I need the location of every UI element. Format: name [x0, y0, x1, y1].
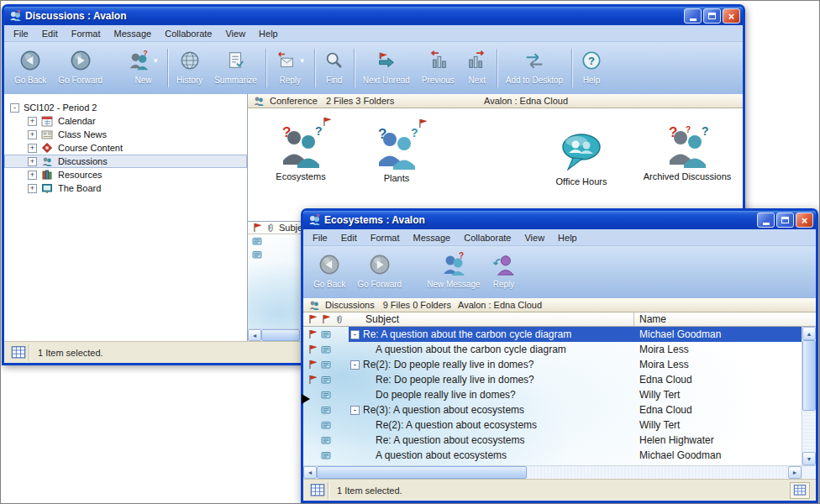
tree-item-sci102[interactable]: - SCI102 - Period 2: [4, 101, 247, 114]
svg-text:?: ?: [588, 55, 595, 67]
message-row[interactable]: -Re: A question about the carbon cycle d…: [303, 327, 802, 342]
view-grid-icon[interactable]: [307, 482, 329, 499]
minimize-button[interactable]: [684, 8, 702, 24]
message-row[interactable]: -Re(3): A question about ecosystemsEdna …: [303, 402, 802, 417]
find-button[interactable]: Find: [318, 45, 351, 92]
titlebar[interactable]: ? Ecosystems : Avalon ×: [303, 211, 816, 229]
message-row[interactable]: Re(2): A question about ecosystemsWilly …: [303, 417, 802, 433]
message-column-icon[interactable]: [321, 314, 331, 324]
tree-item-course-content[interactable]: + Course Content: [4, 141, 247, 155]
horizontal-scrollbar[interactable]: ◄ ►: [303, 465, 802, 479]
attachment-column-icon[interactable]: [334, 314, 344, 324]
next-button[interactable]: Next: [460, 45, 494, 92]
unread-flag-icon: [308, 375, 318, 385]
expand-box[interactable]: +: [28, 144, 37, 153]
help-button[interactable]: ? Help: [575, 45, 608, 92]
expand-box[interactable]: +: [28, 157, 37, 166]
expand-box[interactable]: +: [28, 130, 37, 139]
scroll-up-button[interactable]: ▲: [802, 327, 816, 340]
go-forward-button[interactable]: Go Forward: [351, 249, 407, 296]
go-back-button[interactable]: Go Back: [308, 249, 351, 296]
menu-view[interactable]: View: [218, 26, 252, 41]
expand-box[interactable]: +: [28, 184, 37, 193]
menu-file[interactable]: File: [7, 26, 35, 41]
minimize-button[interactable]: [757, 213, 775, 228]
summarize-button[interactable]: Summarize: [208, 45, 263, 92]
tree-label: The Board: [58, 183, 101, 193]
collapse-box[interactable]: -: [10, 103, 19, 113]
svg-text:?: ?: [282, 125, 291, 140]
close-button[interactable]: ×: [796, 213, 813, 228]
menu-file[interactable]: File: [306, 230, 334, 245]
new-button[interactable]: ?▼ New: [122, 45, 165, 92]
scroll-right-button[interactable]: ►: [788, 466, 802, 479]
scrollbar-thumb[interactable]: [261, 329, 300, 341]
collapse-expander[interactable]: -: [350, 360, 360, 370]
pane-kind-label: Conference: [270, 96, 318, 106]
history-button[interactable]: History: [171, 45, 208, 92]
collapse-expander[interactable]: -: [350, 330, 360, 339]
grid-view-toggle-icon[interactable]: [790, 482, 810, 499]
view-grid-icon[interactable]: [8, 344, 29, 361]
menu-format[interactable]: Format: [364, 230, 407, 245]
message-row[interactable]: Re: Do people really live in domes?Edna …: [303, 372, 802, 387]
message-row[interactable]: Re: A question about ecosystemsHelen Hig…: [303, 433, 802, 448]
maximize-button[interactable]: [776, 213, 794, 228]
go-forward-button[interactable]: Go Forward: [52, 45, 108, 92]
add-to-desktop-button[interactable]: Add to Desktop: [500, 45, 569, 92]
conference-item-office-hours[interactable]: Office Hours: [527, 125, 636, 186]
tree-item-discussions[interactable]: + Discussions: [4, 155, 247, 168]
message-icon: [252, 249, 262, 260]
subject-column-header[interactable]: Subject: [349, 312, 634, 326]
scrollbar-thumb[interactable]: [317, 466, 527, 479]
titlebar[interactable]: ? Discussions : Avalon ×: [4, 7, 743, 25]
server-location: Avalon : Edna Cloud: [458, 300, 542, 310]
conference-item-plants[interactable]: ?? Plants: [342, 122, 451, 183]
flag-column-icon[interactable]: [252, 223, 262, 233]
collapse-expander[interactable]: -: [350, 406, 360, 415]
scroll-left-button[interactable]: ◄: [248, 329, 261, 341]
menu-help[interactable]: Help: [252, 26, 285, 41]
conference-item-ecosystems[interactable]: ?? Ecosystems: [246, 120, 355, 181]
close-button[interactable]: ×: [723, 8, 740, 24]
menu-edit[interactable]: Edit: [334, 230, 364, 245]
tree-item-the-board[interactable]: + The Board: [4, 181, 247, 195]
discussions-header-icon: [308, 299, 320, 311]
expand-box[interactable]: +: [28, 171, 37, 180]
name-column-header[interactable]: Name: [634, 313, 816, 325]
plants-icon: ??: [373, 127, 420, 171]
menu-message[interactable]: Message: [108, 26, 159, 41]
expand-box[interactable]: +: [28, 117, 37, 126]
message-row[interactable]: -Re(2): Do people really live in domes?M…: [303, 357, 802, 372]
new-message-button[interactable]: ? New Message: [421, 249, 486, 296]
menu-collaborate[interactable]: Collaborate: [457, 230, 518, 245]
subject-text: A question about the carbon cycle diagra…: [376, 342, 566, 357]
tree-item-class-news[interactable]: + Class News: [4, 128, 247, 141]
scroll-left-button[interactable]: ◄: [303, 466, 317, 479]
message-row[interactable]: Do people really live in domes?Willy Ter…: [303, 387, 802, 402]
message-row[interactable]: A question about ecosystemsMichael Goodm…: [303, 448, 802, 463]
tree-item-resources[interactable]: + Resources: [4, 168, 247, 181]
vertical-scrollbar[interactable]: ▲ ▼: [802, 327, 816, 465]
message-row[interactable]: A question about the carbon cycle diagra…: [303, 342, 802, 357]
menu-format[interactable]: Format: [65, 26, 108, 41]
go-forward-icon: [70, 50, 92, 71]
reply-button[interactable]: Reply: [486, 249, 522, 296]
reply-button[interactable]: ▼ Reply: [269, 45, 312, 92]
conference-item-archived-discussions[interactable]: ??? Archived Discussions: [633, 120, 742, 181]
tree-item-calendar[interactable]: + Calendar: [4, 114, 247, 128]
scrollbar-thumb[interactable]: [802, 340, 816, 411]
flag-column-icon[interactable]: [308, 314, 318, 324]
scroll-down-button[interactable]: ▼: [802, 452, 816, 465]
menu-help[interactable]: Help: [551, 230, 584, 245]
menu-message[interactable]: Message: [407, 230, 458, 245]
maximize-button[interactable]: [703, 8, 721, 24]
resources-icon: [41, 169, 54, 181]
menu-edit[interactable]: Edit: [35, 26, 65, 41]
attachment-column-icon[interactable]: [265, 223, 276, 233]
menu-collaborate[interactable]: Collaborate: [158, 26, 218, 41]
previous-button[interactable]: Previous: [416, 45, 460, 92]
tree-label: SCI102 - Period 2: [24, 102, 97, 113]
go-back-button[interactable]: Go Back: [8, 45, 52, 92]
next-unread-button[interactable]: Next Unread: [357, 45, 416, 92]
